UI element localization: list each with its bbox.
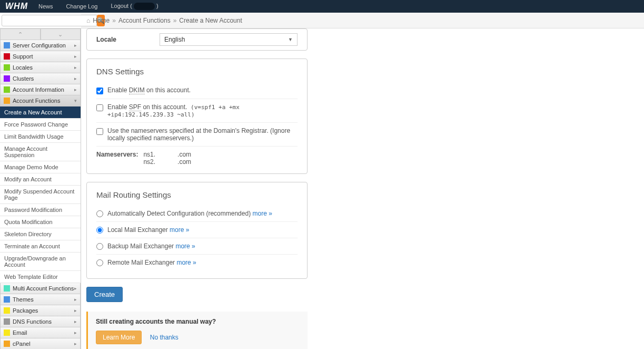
sidebar-cat-clusters[interactable]: Clusters▸ [0, 73, 81, 84]
no-thanks-button[interactable]: No thanks [150, 334, 179, 341]
category-icon [4, 42, 10, 49]
chevron-right-icon: ▸ [74, 341, 77, 346]
sidebar-item-terminate-an-account[interactable]: Terminate an Account [0, 240, 81, 253]
sidebar-item-upgrade-downgrade-an-account[interactable]: Upgrade/Downgrade an Account [0, 253, 81, 271]
sidebar-cat-multi-account-functions[interactable]: Multi Account Functions▸ [0, 283, 81, 294]
chevron-right-icon: ▸ [74, 87, 77, 92]
sidebar-cat-packages[interactable]: Packages▸ [0, 305, 81, 316]
home-icon: ⌂ [86, 17, 90, 24]
registrar-ns-checkbox[interactable] [96, 128, 103, 135]
sidebar-cat-account-functions[interactable]: Account Functions▾ [0, 95, 81, 106]
breadcrumb-current: Create a New Account [179, 17, 242, 24]
chevron-right-icon: ▸ [74, 65, 77, 70]
category-icon [4, 75, 10, 82]
sidebar-item-manage-demo-mode[interactable]: Manage Demo Mode [0, 161, 81, 173]
category-icon [4, 318, 10, 325]
spf-checkbox[interactable] [96, 104, 103, 111]
mail-backup-more[interactable]: more » [175, 243, 195, 250]
sidebar-item-force-password-change[interactable]: Force Password Change [0, 119, 81, 131]
sidebar-cat-email[interactable]: Email▸ [0, 327, 81, 338]
promo-title: Still creating accounts the manual way? [96, 318, 300, 325]
locale-label: Locale [96, 36, 160, 43]
promo-box: Still creating accounts the manual way? … [86, 312, 308, 349]
sidebar-item-web-template-editor[interactable]: Web Template Editor [0, 271, 81, 283]
category-icon [4, 98, 10, 104]
category-icon [4, 64, 10, 71]
sidebar-cat-locales[interactable]: Locales▸ [0, 62, 81, 73]
chevron-right-icon: ▸ [74, 286, 77, 291]
sidebar-item-password-modification[interactable]: Password Modification [0, 204, 81, 216]
nav-changelog[interactable]: Change Log [66, 3, 98, 9]
dkim-checkbox[interactable] [96, 88, 103, 94]
nav-news[interactable]: News [38, 3, 53, 9]
mail-auto-radio[interactable] [96, 210, 103, 217]
chevron-down-icon: ⌄ [58, 31, 63, 38]
dns-title: DNS Settings [96, 67, 298, 76]
sidebar-item-modify-suspended-account-page[interactable]: Modify Suspended Account Page [0, 186, 81, 204]
chevron-right-icon: ▸ [74, 54, 77, 59]
mail-remote-more[interactable]: more » [176, 259, 196, 266]
mail-remote-radio[interactable] [96, 259, 103, 266]
top-bar: WHM News Change Log Logout ( ) [0, 0, 644, 13]
search-breadcrumb-row: 🔍 ⌂ Home » Account Functions » Create a … [0, 13, 644, 28]
locale-select[interactable]: English ▼ [160, 33, 298, 46]
dns-settings-panel: DNS Settings Enable DKIM on this account… [86, 59, 308, 174]
sidebar-cat-support[interactable]: Support▸ [0, 51, 81, 62]
chevron-up-icon: ⌃ [18, 31, 23, 38]
sidebar-cat-themes[interactable]: Themes▸ [0, 294, 81, 305]
mail-routing-panel: Mail Routing Settings Automatically Dete… [86, 182, 308, 279]
category-icon [4, 341, 10, 347]
sidebar-item-quota-modification[interactable]: Quota Modification [0, 216, 81, 228]
breadcrumb-home[interactable]: Home [93, 17, 110, 24]
chevron-right-icon: ▸ [74, 308, 77, 313]
chevron-right-icon: ▸ [74, 43, 77, 48]
category-icon [4, 296, 10, 303]
sidebar-cat-server-configuration[interactable]: Server Configuration▸ [0, 40, 81, 51]
mail-local-more[interactable]: more » [170, 226, 189, 234]
nav-logout[interactable]: Logout ( ) [111, 3, 158, 10]
category-icon [4, 329, 10, 336]
breadcrumb: ⌂ Home » Account Functions » Create a Ne… [81, 17, 247, 24]
sidebar-item-limit-bandwidth-usage[interactable]: Limit Bandwidth Usage [0, 131, 81, 143]
category-icon [4, 307, 10, 314]
category-icon [4, 285, 10, 292]
learn-more-button[interactable]: Learn More [96, 331, 142, 344]
collapse-all-button[interactable]: ⌃ [0, 28, 41, 40]
mail-local-radio[interactable] [96, 227, 103, 234]
sidebar: ⌃ ⌄ Server Configuration▸Support▸Locales… [0, 28, 81, 349]
expand-all-button[interactable]: ⌄ [41, 28, 81, 40]
sidebar-item-skeleton-directory[interactable]: Skeleton Directory [0, 228, 81, 240]
category-icon [4, 86, 10, 93]
chevron-right-icon: ▸ [74, 76, 77, 81]
chevron-down-icon: ▼ [288, 37, 293, 42]
mail-backup-radio[interactable] [96, 243, 103, 250]
sidebar-item-create-a-new-account[interactable]: Create a New Account [0, 106, 81, 119]
nameservers-display: Nameservers: ns1.xxxxxxx.com ns2.xxxxxxx… [96, 147, 298, 166]
sidebar-cat-cpanel[interactable]: cPanel▸ [0, 338, 81, 349]
chevron-right-icon: ▸ [74, 319, 77, 324]
mail-title: Mail Routing Settings [96, 190, 298, 199]
chevron-down-icon: ▾ [74, 98, 77, 103]
breadcrumb-functions[interactable]: Account Functions [118, 17, 171, 24]
content-area: Locale English ▼ DNS Settings Enable DKI… [81, 28, 644, 349]
chevron-right-icon: ▸ [74, 297, 77, 302]
create-button[interactable]: Create [86, 287, 123, 302]
sidebar-cat-account-information[interactable]: Account Information▸ [0, 84, 81, 95]
locale-panel: Locale English ▼ [86, 28, 308, 51]
logo: WHM [5, 2, 28, 11]
sidebar-item-modify-an-account[interactable]: Modify an Account [0, 173, 81, 186]
mail-auto-more[interactable]: more » [252, 210, 272, 217]
chevron-right-icon: ▸ [74, 330, 77, 335]
category-icon [4, 53, 10, 60]
sidebar-item-manage-account-suspension[interactable]: Manage Account Suspension [0, 143, 81, 161]
sidebar-cat-dns-functions[interactable]: DNS Functions▸ [0, 316, 81, 327]
